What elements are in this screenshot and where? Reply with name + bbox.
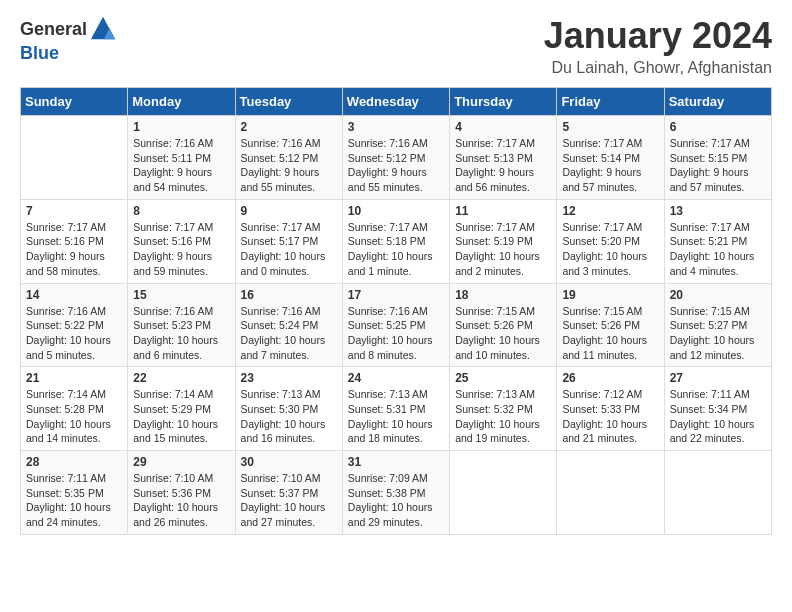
day-number: 15 xyxy=(133,288,229,302)
day-number: 4 xyxy=(455,120,551,134)
day-number: 8 xyxy=(133,204,229,218)
day-number: 31 xyxy=(348,455,444,469)
day-number: 16 xyxy=(241,288,337,302)
day-info: Sunrise: 7:10 AM Sunset: 5:37 PM Dayligh… xyxy=(241,471,337,530)
calendar-cell: 11Sunrise: 7:17 AM Sunset: 5:19 PM Dayli… xyxy=(450,199,557,283)
calendar-cell: 4Sunrise: 7:17 AM Sunset: 5:13 PM Daylig… xyxy=(450,116,557,200)
day-info: Sunrise: 7:11 AM Sunset: 5:35 PM Dayligh… xyxy=(26,471,122,530)
day-number: 20 xyxy=(670,288,766,302)
calendar-cell: 28Sunrise: 7:11 AM Sunset: 5:35 PM Dayli… xyxy=(21,451,128,535)
day-info: Sunrise: 7:16 AM Sunset: 5:22 PM Dayligh… xyxy=(26,304,122,363)
day-info: Sunrise: 7:17 AM Sunset: 5:20 PM Dayligh… xyxy=(562,220,658,279)
calendar-cell: 24Sunrise: 7:13 AM Sunset: 5:31 PM Dayli… xyxy=(342,367,449,451)
day-number: 25 xyxy=(455,371,551,385)
day-info: Sunrise: 7:17 AM Sunset: 5:17 PM Dayligh… xyxy=(241,220,337,279)
calendar-cell: 16Sunrise: 7:16 AM Sunset: 5:24 PM Dayli… xyxy=(235,283,342,367)
week-row-2: 14Sunrise: 7:16 AM Sunset: 5:22 PM Dayli… xyxy=(21,283,772,367)
calendar-cell: 5Sunrise: 7:17 AM Sunset: 5:14 PM Daylig… xyxy=(557,116,664,200)
day-number: 10 xyxy=(348,204,444,218)
page-container: General Blue January 2024 Du Lainah, Gho… xyxy=(0,0,792,550)
header-row: SundayMondayTuesdayWednesdayThursdayFrid… xyxy=(21,88,772,116)
calendar-cell: 6Sunrise: 7:17 AM Sunset: 5:15 PM Daylig… xyxy=(664,116,771,200)
calendar-cell: 12Sunrise: 7:17 AM Sunset: 5:20 PM Dayli… xyxy=(557,199,664,283)
day-number: 30 xyxy=(241,455,337,469)
calendar-cell: 23Sunrise: 7:13 AM Sunset: 5:30 PM Dayli… xyxy=(235,367,342,451)
day-number: 6 xyxy=(670,120,766,134)
day-info: Sunrise: 7:16 AM Sunset: 5:24 PM Dayligh… xyxy=(241,304,337,363)
day-number: 7 xyxy=(26,204,122,218)
day-info: Sunrise: 7:13 AM Sunset: 5:32 PM Dayligh… xyxy=(455,387,551,446)
calendar-cell: 22Sunrise: 7:14 AM Sunset: 5:29 PM Dayli… xyxy=(128,367,235,451)
day-info: Sunrise: 7:16 AM Sunset: 5:25 PM Dayligh… xyxy=(348,304,444,363)
day-info: Sunrise: 7:17 AM Sunset: 5:15 PM Dayligh… xyxy=(670,136,766,195)
day-number: 3 xyxy=(348,120,444,134)
calendar-cell xyxy=(557,451,664,535)
day-number: 19 xyxy=(562,288,658,302)
day-number: 13 xyxy=(670,204,766,218)
logo-blue-text: Blue xyxy=(20,43,59,63)
day-info: Sunrise: 7:17 AM Sunset: 5:19 PM Dayligh… xyxy=(455,220,551,279)
day-number: 9 xyxy=(241,204,337,218)
calendar-cell: 13Sunrise: 7:17 AM Sunset: 5:21 PM Dayli… xyxy=(664,199,771,283)
day-info: Sunrise: 7:17 AM Sunset: 5:16 PM Dayligh… xyxy=(133,220,229,279)
calendar-cell: 10Sunrise: 7:17 AM Sunset: 5:18 PM Dayli… xyxy=(342,199,449,283)
day-info: Sunrise: 7:16 AM Sunset: 5:11 PM Dayligh… xyxy=(133,136,229,195)
header: General Blue January 2024 Du Lainah, Gho… xyxy=(20,15,772,77)
day-info: Sunrise: 7:17 AM Sunset: 5:14 PM Dayligh… xyxy=(562,136,658,195)
day-number: 12 xyxy=(562,204,658,218)
calendar-cell: 31Sunrise: 7:09 AM Sunset: 5:38 PM Dayli… xyxy=(342,451,449,535)
calendar-cell: 9Sunrise: 7:17 AM Sunset: 5:17 PM Daylig… xyxy=(235,199,342,283)
day-info: Sunrise: 7:09 AM Sunset: 5:38 PM Dayligh… xyxy=(348,471,444,530)
calendar-cell: 26Sunrise: 7:12 AM Sunset: 5:33 PM Dayli… xyxy=(557,367,664,451)
calendar-cell: 21Sunrise: 7:14 AM Sunset: 5:28 PM Dayli… xyxy=(21,367,128,451)
day-number: 14 xyxy=(26,288,122,302)
week-row-3: 21Sunrise: 7:14 AM Sunset: 5:28 PM Dayli… xyxy=(21,367,772,451)
calendar-cell: 1Sunrise: 7:16 AM Sunset: 5:11 PM Daylig… xyxy=(128,116,235,200)
calendar-cell: 18Sunrise: 7:15 AM Sunset: 5:26 PM Dayli… xyxy=(450,283,557,367)
week-row-1: 7Sunrise: 7:17 AM Sunset: 5:16 PM Daylig… xyxy=(21,199,772,283)
day-number: 29 xyxy=(133,455,229,469)
day-info: Sunrise: 7:12 AM Sunset: 5:33 PM Dayligh… xyxy=(562,387,658,446)
calendar-table: SundayMondayTuesdayWednesdayThursdayFrid… xyxy=(20,87,772,535)
calendar-cell xyxy=(664,451,771,535)
day-number: 2 xyxy=(241,120,337,134)
title-section: January 2024 Du Lainah, Ghowr, Afghanist… xyxy=(544,15,772,77)
day-info: Sunrise: 7:17 AM Sunset: 5:18 PM Dayligh… xyxy=(348,220,444,279)
day-number: 5 xyxy=(562,120,658,134)
day-number: 23 xyxy=(241,371,337,385)
day-header-monday: Monday xyxy=(128,88,235,116)
calendar-cell: 15Sunrise: 7:16 AM Sunset: 5:23 PM Dayli… xyxy=(128,283,235,367)
day-info: Sunrise: 7:16 AM Sunset: 5:12 PM Dayligh… xyxy=(348,136,444,195)
day-info: Sunrise: 7:16 AM Sunset: 5:23 PM Dayligh… xyxy=(133,304,229,363)
logo: General Blue xyxy=(20,15,117,64)
calendar-cell: 8Sunrise: 7:17 AM Sunset: 5:16 PM Daylig… xyxy=(128,199,235,283)
day-number: 28 xyxy=(26,455,122,469)
week-row-4: 28Sunrise: 7:11 AM Sunset: 5:35 PM Dayli… xyxy=(21,451,772,535)
day-number: 11 xyxy=(455,204,551,218)
day-info: Sunrise: 7:13 AM Sunset: 5:30 PM Dayligh… xyxy=(241,387,337,446)
calendar-cell: 20Sunrise: 7:15 AM Sunset: 5:27 PM Dayli… xyxy=(664,283,771,367)
logo-general-text: General xyxy=(20,19,87,40)
day-info: Sunrise: 7:16 AM Sunset: 5:12 PM Dayligh… xyxy=(241,136,337,195)
calendar-cell: 17Sunrise: 7:16 AM Sunset: 5:25 PM Dayli… xyxy=(342,283,449,367)
day-header-wednesday: Wednesday xyxy=(342,88,449,116)
day-header-tuesday: Tuesday xyxy=(235,88,342,116)
day-header-saturday: Saturday xyxy=(664,88,771,116)
calendar-cell: 3Sunrise: 7:16 AM Sunset: 5:12 PM Daylig… xyxy=(342,116,449,200)
day-number: 21 xyxy=(26,371,122,385)
calendar-cell: 7Sunrise: 7:17 AM Sunset: 5:16 PM Daylig… xyxy=(21,199,128,283)
calendar-cell: 2Sunrise: 7:16 AM Sunset: 5:12 PM Daylig… xyxy=(235,116,342,200)
day-info: Sunrise: 7:11 AM Sunset: 5:34 PM Dayligh… xyxy=(670,387,766,446)
calendar-cell xyxy=(450,451,557,535)
day-number: 24 xyxy=(348,371,444,385)
day-info: Sunrise: 7:17 AM Sunset: 5:16 PM Dayligh… xyxy=(26,220,122,279)
location: Du Lainah, Ghowr, Afghanistan xyxy=(544,59,772,77)
calendar-cell: 30Sunrise: 7:10 AM Sunset: 5:37 PM Dayli… xyxy=(235,451,342,535)
day-info: Sunrise: 7:15 AM Sunset: 5:27 PM Dayligh… xyxy=(670,304,766,363)
calendar-cell: 19Sunrise: 7:15 AM Sunset: 5:26 PM Dayli… xyxy=(557,283,664,367)
day-info: Sunrise: 7:14 AM Sunset: 5:28 PM Dayligh… xyxy=(26,387,122,446)
day-header-friday: Friday xyxy=(557,88,664,116)
day-info: Sunrise: 7:14 AM Sunset: 5:29 PM Dayligh… xyxy=(133,387,229,446)
calendar-cell xyxy=(21,116,128,200)
day-number: 22 xyxy=(133,371,229,385)
